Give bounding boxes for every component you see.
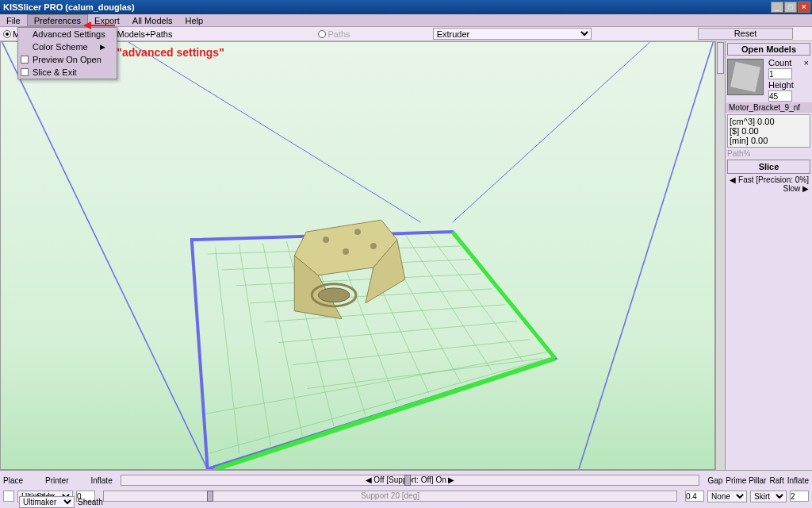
extruder-select[interactable]: Extruder <box>433 28 592 40</box>
svg-line-7 <box>216 359 555 469</box>
model-close-x[interactable]: × <box>804 58 809 67</box>
height-label: Height <box>768 80 794 90</box>
inflate2-input[interactable] <box>790 491 809 502</box>
svg-marker-1 <box>83 21 91 29</box>
svg-line-14 <box>278 321 517 343</box>
menubar: File Preferences Export All Models Help <box>0 14 812 27</box>
svg-line-18 <box>209 357 553 454</box>
open-models-panel: Open Models Count× Height Motor_Bracket_… <box>725 41 812 470</box>
menu-all-models[interactable]: All Models <box>126 14 179 26</box>
window-titlebar: KISSlicer PRO (calum_douglas) _ □ ✕ <box>0 0 812 14</box>
window-title: KISSlicer PRO (calum_douglas) <box>2 2 771 12</box>
menu-item-color-scheme[interactable]: Color Scheme▶ <box>18 40 117 53</box>
svg-point-35 <box>354 229 361 235</box>
svg-line-20 <box>239 244 271 445</box>
svg-line-28 <box>429 233 524 362</box>
svg-point-33 <box>318 288 350 302</box>
model-info-box: [cm^3] 0.00 [$] 0.00 [min] 0.00 <box>727 114 810 148</box>
path-percent-label: Path% <box>727 149 750 158</box>
gap-input[interactable] <box>685 491 704 502</box>
open-models-header: Open Models <box>727 43 810 56</box>
count-label: Count <box>768 58 791 67</box>
precision-label: ◀ Fast [Precision: 0%] Slow ▶ <box>726 175 812 193</box>
svg-line-4 <box>128 42 421 222</box>
slice-button[interactable]: Slice <box>727 160 810 174</box>
svg-line-8 <box>453 232 556 358</box>
maximize-button[interactable]: □ <box>784 2 797 13</box>
reset-button[interactable]: Reset <box>698 28 793 40</box>
checkbox-icon <box>21 56 29 64</box>
svg-point-34 <box>323 237 329 243</box>
model-filename: Motor_Bracket_9_nf <box>726 102 812 113</box>
checkbox-icon <box>21 68 29 76</box>
scrollbar-thumb[interactable] <box>717 42 724 74</box>
prime-select[interactable]: None <box>707 491 747 502</box>
svg-line-3 <box>579 42 713 469</box>
menu-help[interactable]: Help <box>179 14 210 26</box>
radio-dot-icon <box>318 30 326 38</box>
svg-line-15 <box>293 340 530 365</box>
slider-handle[interactable] <box>207 491 213 502</box>
support-angle-slider[interactable]: Support 20 [deg] <box>103 491 677 502</box>
preferences-dropdown: Advanced Settings Color Scheme▶ Preview … <box>17 27 117 79</box>
bottom-panel: Place Printer Inflate ◀ Off [Support: Of… <box>0 470 812 508</box>
svg-line-19 <box>216 248 239 453</box>
radio-models-paths[interactable]: Models+Paths <box>107 29 172 39</box>
radio-dot-icon <box>3 30 11 38</box>
style-button[interactable] <box>3 491 14 502</box>
radio-paths[interactable]: Paths <box>318 29 350 39</box>
menu-item-preview-on-open[interactable]: Preview On Open <box>18 53 117 66</box>
printer-label: Printer <box>45 476 68 485</box>
inflate2-label: Inflate <box>787 476 809 485</box>
svg-line-17 <box>206 352 547 414</box>
3d-viewport[interactable] <box>0 41 715 470</box>
raft-select[interactable]: Skirt <box>750 491 787 502</box>
slider-handle[interactable] <box>404 475 411 486</box>
place-label: Place <box>3 476 23 485</box>
height-input[interactable] <box>768 90 792 102</box>
info-time: [min] 0.00 <box>730 136 808 145</box>
svg-line-5 <box>453 42 650 222</box>
view-toolbar: Models Models+Paths Paths Extruder Reset <box>0 27 812 41</box>
style-select[interactable]: Ultimaker <box>19 496 75 508</box>
prime-label: Prime Pillar <box>726 476 766 485</box>
inflate-label: Inflate <box>90 476 112 485</box>
minimize-button[interactable]: _ <box>771 2 783 13</box>
support-angle-label: Support 20 [deg] <box>361 491 419 500</box>
submenu-arrow-icon: ▶ <box>92 43 105 51</box>
gap-label: Gap <box>707 476 722 485</box>
menu-preferences[interactable]: Preferences <box>27 14 88 26</box>
info-volume: [cm^3] 0.00 <box>730 117 808 126</box>
svg-line-11 <box>236 274 481 286</box>
close-button[interactable]: ✕ <box>798 2 810 13</box>
scene-svg <box>1 42 714 469</box>
svg-point-36 <box>370 243 377 249</box>
svg-line-2 <box>2 42 208 469</box>
menu-file[interactable]: File <box>0 14 27 26</box>
count-input[interactable] <box>768 68 792 79</box>
svg-point-37 <box>343 248 349 255</box>
sheath-label: Sheath <box>78 498 103 506</box>
annotation-arrow-icon <box>83 21 115 30</box>
viewport-scrollbar[interactable] <box>715 41 725 470</box>
svg-line-27 <box>405 234 492 371</box>
raft-label: Raft <box>769 476 783 485</box>
menu-item-slice-and-exit[interactable]: Slice & Exit <box>18 66 117 79</box>
support-slider[interactable]: ◀ Off [Support: Off] On ▶ <box>121 475 700 486</box>
info-cost: [$] 0.00 <box>730 126 808 136</box>
model-thumbnail[interactable] <box>727 59 764 95</box>
